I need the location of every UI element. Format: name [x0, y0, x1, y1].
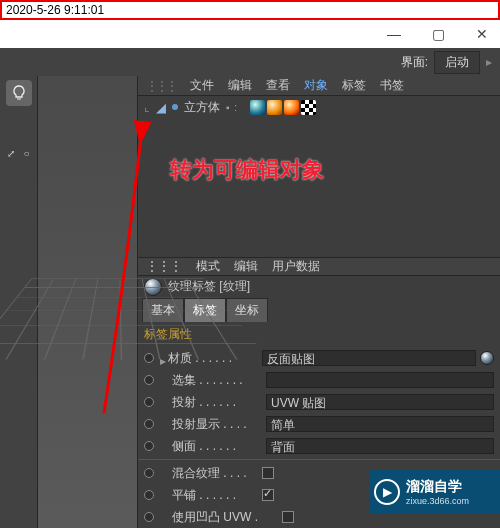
primitive-cube-icon: ◢: [156, 100, 166, 115]
menu-edit[interactable]: 编辑: [228, 77, 252, 94]
rotate-icon[interactable]: ○: [20, 148, 34, 159]
value-projdisplay[interactable]: 简单: [266, 416, 494, 432]
light-icon[interactable]: [6, 80, 32, 106]
interface-label: 界面:: [401, 54, 428, 71]
texture-swatch-4[interactable]: [301, 100, 316, 115]
minimize-button[interactable]: —: [380, 24, 408, 44]
object-manager-menu: ⋮⋮⋮ 文件 编辑 查看 对象 标签 书签: [138, 76, 500, 96]
attr-menu-mode[interactable]: 模式: [196, 258, 220, 275]
close-button[interactable]: ✕: [468, 24, 496, 44]
timestamp-text: 2020-5-26 9:11:01: [6, 3, 104, 17]
label-tile: 平铺: [172, 488, 196, 502]
value-selection[interactable]: [266, 372, 494, 388]
label-projection: 投射: [172, 395, 196, 409]
watermark-logo: ▶ 溜溜自学 zixue.3d66.com: [370, 470, 500, 514]
object-manager-space[interactable]: 转为可编辑对象: [138, 119, 500, 257]
menu-tags[interactable]: 标签: [342, 77, 366, 94]
label-useuvw: 使用凹凸 UVW: [172, 510, 251, 524]
anim-dot[interactable]: [144, 419, 154, 429]
material-ball-icon[interactable]: [480, 351, 494, 365]
label-projdisplay: 投射显示: [172, 417, 220, 431]
attr-menu-edit[interactable]: 编辑: [234, 258, 258, 275]
logo-url: zixue.3d66.com: [406, 496, 469, 506]
value-projection[interactable]: UVW 贴图: [266, 394, 494, 410]
texture-swatch-1[interactable]: [250, 100, 265, 115]
label-mixtex: 混合纹理: [172, 466, 220, 480]
anim-dot[interactable]: [144, 468, 154, 478]
anim-dot[interactable]: [144, 375, 154, 385]
viewport[interactable]: [38, 76, 138, 528]
menu-view[interactable]: 查看: [266, 77, 290, 94]
texture-swatches: [250, 100, 316, 115]
check-tile[interactable]: [262, 489, 274, 501]
label-selection: 选集: [172, 373, 196, 387]
visibility-dots[interactable]: ▪ :: [226, 102, 238, 113]
menu-objects[interactable]: 对象: [304, 77, 328, 94]
texture-swatch-3[interactable]: [284, 100, 299, 115]
texture-swatch-2[interactable]: [267, 100, 282, 115]
hierarchy-expand-icon[interactable]: ⌞: [144, 100, 150, 114]
attribute-manager-menu: ⋮⋮⋮ 模式 编辑 用户数据: [138, 257, 500, 276]
interface-menu-icon[interactable]: ▸: [486, 55, 492, 69]
window-titlebar: — ▢ ✕: [0, 20, 500, 48]
anim-dot[interactable]: [144, 397, 154, 407]
timestamp-bar: 2020-5-26 9:11:01: [0, 0, 500, 20]
value-side[interactable]: 背面: [266, 438, 494, 454]
object-row[interactable]: ⌞ ◢ 立方体 ▪ :: [138, 96, 500, 118]
prop-selection: 选集 . . . . . . .: [138, 369, 500, 391]
object-dot-icon: [172, 104, 178, 110]
prop-side: 侧面 . . . . . . 背面: [138, 435, 500, 457]
attr-grip-icon[interactable]: ⋮⋮⋮: [146, 259, 182, 273]
value-material[interactable]: 反面贴图: [262, 350, 476, 366]
annotation-text: 转为可编辑对象: [170, 155, 324, 185]
play-icon: ▶: [374, 479, 400, 505]
prop-projection: 投射 . . . . . . UVW 贴图: [138, 391, 500, 413]
prop-projdisplay: 投射显示 . . . . 简单: [138, 413, 500, 435]
menu-file[interactable]: 文件: [190, 77, 214, 94]
anim-dot[interactable]: [144, 490, 154, 500]
maximize-button[interactable]: ▢: [424, 24, 452, 44]
anim-dot[interactable]: [144, 441, 154, 451]
attr-menu-userdata[interactable]: 用户数据: [272, 258, 320, 275]
anim-dot[interactable]: [144, 512, 154, 522]
interface-dropdown[interactable]: 启动: [434, 51, 480, 74]
interface-strip: 界面: 启动 ▸: [0, 48, 500, 76]
object-name[interactable]: 立方体: [184, 99, 220, 116]
check-mixtex[interactable]: [262, 467, 274, 479]
check-useuvw[interactable]: [282, 511, 294, 523]
divider: [138, 459, 500, 460]
panel-grip-icon[interactable]: ⋮⋮⋮: [146, 79, 176, 93]
logo-brand: 溜溜自学: [406, 478, 469, 496]
move-icon[interactable]: ✥: [0, 148, 2, 159]
menu-bookmarks[interactable]: 书签: [380, 77, 404, 94]
label-side: 侧面: [172, 439, 196, 453]
scale-icon[interactable]: ⤢: [4, 148, 18, 159]
